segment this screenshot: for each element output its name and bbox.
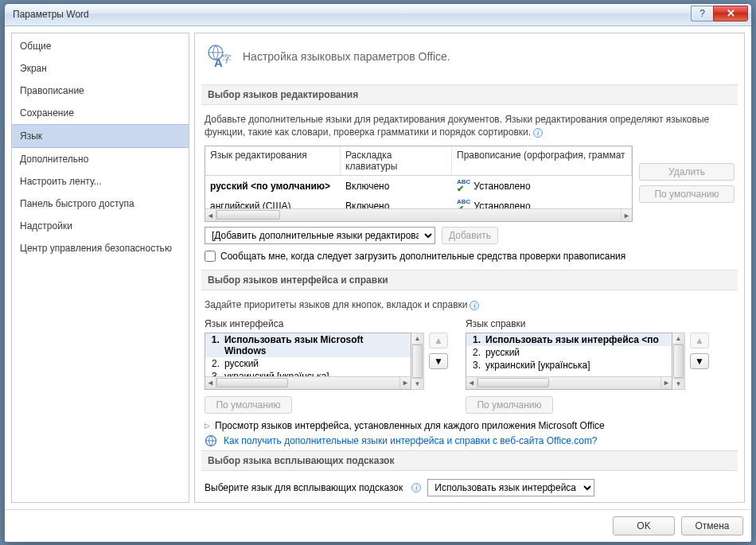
expand-triangle-icon: ▷ [205,422,210,430]
scroll-thumb[interactable] [412,345,423,378]
list-item[interactable]: 3.украинский [українська] [466,359,672,372]
title-controls: ? ✕ [691,6,748,21]
proofing-installed-icon: ABC✔ [457,178,470,193]
scroll-up-icon[interactable]: ▲ [672,333,684,345]
move-up-button: ▲ [429,333,448,348]
listbox-hscrollbar[interactable]: ◄ ► [205,376,411,389]
sidebar-item-language[interactable]: Язык [12,124,189,148]
add-language-button: Добавить [442,227,498,244]
editing-desc: Добавьте дополнительные языки для редакт… [205,113,735,146]
listbox-vscrollbar[interactable]: ▲ ▼ [411,333,424,390]
language-icon: A 字 [206,43,233,70]
list-item[interactable]: 2.русский [205,357,411,370]
notify-download-checkbox[interactable] [205,251,216,262]
editing-language-table[interactable]: Язык редактирования Раскладка клавиатуры… [205,146,633,222]
help-language-listbox[interactable]: 1.Использовать язык интерфейса <по 2.рус… [466,333,672,390]
scroll-down-icon[interactable]: ▼ [672,378,684,389]
move-down-button[interactable]: ▼ [690,353,709,369]
category-sidebar: Общие Экран Правописание Сохранение Язык… [11,33,189,503]
scroll-thumb[interactable] [477,378,549,387]
sidebar-item-advanced[interactable]: Дополнительно [12,148,189,170]
list-item[interactable]: 1.Использовать язык Microsoft Windows [205,333,411,357]
table-row[interactable]: английский (США) Включено ABC✔Установлен… [205,196,632,208]
move-down-button[interactable]: ▼ [429,353,448,369]
section-screentip-language: Выбор языка всплывающих подсказок [201,450,738,471]
ui-language-listbox[interactable]: 1.Использовать язык Microsoft Windows 2.… [205,333,411,390]
scroll-left-icon[interactable]: ◄ [205,377,216,389]
list-item[interactable]: 2.русский [466,346,672,359]
help-button[interactable]: ? [691,6,713,21]
dialog-footer: OK Отмена [5,509,751,542]
svg-text:字: 字 [222,53,232,64]
scroll-thumb[interactable] [216,378,288,387]
screentip-label: Выберите язык для всплывающих подсказок [205,482,403,493]
listbox-hscrollbar[interactable]: ◄ ► [466,376,672,389]
delete-button: Удалить [639,163,735,181]
table-header: Язык редактирования Раскладка клавиатуры… [205,146,632,176]
scroll-left-icon[interactable]: ◄ [205,209,216,221]
info-icon[interactable]: i [411,483,421,492]
sidebar-item-general[interactable]: Общие [12,35,189,57]
ui-default-button: По умолчанию [205,396,292,414]
col-proofing[interactable]: Правописание (орфография, граммат [452,146,632,175]
main-panel: A 字 Настройка языковых параметров Office… [194,33,745,503]
ui-language-label: Язык интерфейса [205,318,448,329]
sidebar-item-trust-center[interactable]: Центр управления безопасностью [12,237,189,259]
scroll-right-icon[interactable]: ► [399,377,411,389]
ok-button[interactable]: OK [613,516,675,535]
add-language-combo[interactable]: [Добавить дополнительные языки редактиро… [205,227,435,244]
sidebar-item-quick-access[interactable]: Панель быстрого доступа [12,193,189,215]
expand-installed-languages[interactable]: ▷ Просмотр языков интерфейса, установлен… [205,420,735,431]
close-button[interactable]: ✕ [713,6,748,21]
scroll-right-icon[interactable]: ► [661,377,672,389]
screentip-language-combo[interactable]: Использовать язык интерфейса [427,479,594,496]
move-up-button: ▲ [690,333,709,348]
notify-download-label: Сообщать мне, когда следует загрузить до… [220,251,625,262]
page-heading-text: Настройка языковых параметров Office. [243,50,450,63]
col-language[interactable]: Язык редактирования [205,146,341,175]
sidebar-item-proofing[interactable]: Правописание [12,80,189,102]
table-hscrollbar[interactable]: ◄ ► [205,208,632,221]
get-ui-languages-link[interactable]: Как получить дополнительные языки интерф… [224,435,598,446]
globe-icon [205,434,217,447]
sidebar-item-display[interactable]: Экран [12,57,189,80]
help-default-button: По умолчанию [466,396,553,414]
sidebar-item-save[interactable]: Сохранение [12,102,189,124]
list-item[interactable]: 3.украинский [українська] [205,370,411,376]
table-row[interactable]: русский <по умолчанию> Включено ABC✔Уста… [205,176,632,196]
titlebar[interactable]: Параметры Word ? ✕ [5,4,751,26]
scroll-left-icon[interactable]: ◄ [466,377,477,389]
sidebar-item-customize-ribbon[interactable]: Настроить ленту... [12,170,189,193]
info-icon[interactable]: i [470,301,479,310]
ui-help-desc: Задайте приоритеты языков для кнопок, вк… [205,298,735,318]
info-icon[interactable]: i [533,128,543,138]
section-ui-help-languages: Выбор языков интерфейса и справки [201,270,738,290]
help-language-label: Язык справки [466,318,709,329]
options-dialog: Параметры Word ? ✕ Общие Экран Правописа… [4,3,752,543]
col-keyboard[interactable]: Раскладка клавиатуры [341,146,452,175]
page-heading: A 字 Настройка языковых параметров Office… [205,40,735,81]
scroll-thumb[interactable] [673,345,684,378]
dialog-body: Общие Экран Правописание Сохранение Язык… [5,26,751,509]
set-default-button: По умолчанию [639,185,735,203]
cancel-button[interactable]: Отмена [681,516,743,535]
section-editing-languages: Выбор языков редактирования [201,84,738,105]
scroll-up-icon[interactable]: ▲ [411,333,423,345]
window-title: Параметры Word [10,9,89,20]
listbox-vscrollbar[interactable]: ▲ ▼ [672,333,685,390]
scroll-right-icon[interactable]: ► [621,209,632,221]
scroll-down-icon[interactable]: ▼ [411,378,423,389]
list-item[interactable]: 1.Использовать язык интерфейса <по [466,333,672,346]
proofing-installed-icon: ABC✔ [457,198,470,208]
sidebar-item-addins[interactable]: Надстройки [12,215,189,237]
scroll-thumb[interactable] [216,210,280,220]
